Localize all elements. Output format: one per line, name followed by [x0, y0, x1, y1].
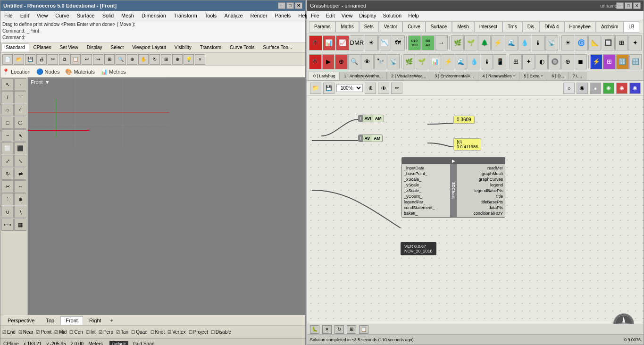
gh-icon-env1[interactable]: 🌿: [451, 35, 464, 50]
gh-icon-arrow[interactable]: →: [435, 35, 448, 50]
gh-icon-row2-1[interactable]: 🐞: [309, 54, 322, 69]
tool-arc[interactable]: ◜: [14, 104, 26, 116]
gh-tab-maths[interactable]: Maths: [335, 21, 359, 33]
gh-icon-row2-20[interactable]: ⊕: [561, 54, 574, 69]
tool-boolean-union[interactable]: ∪: [1, 206, 14, 218]
toolbar-rotate[interactable]: ↻: [150, 54, 160, 65]
gh-menu-edit[interactable]: Edit: [324, 12, 337, 19]
snap-mid[interactable]: ☑ Mid: [54, 329, 67, 335]
tab-setview[interactable]: Set View: [55, 43, 82, 51]
vp-tab-top[interactable]: Top: [41, 316, 59, 325]
gh-icon-row2-5[interactable]: 👁: [361, 54, 374, 69]
toolbar-grid[interactable]: ⊞: [161, 54, 171, 65]
gh-icon-row2-7[interactable]: 📡: [387, 54, 400, 69]
tab-select[interactable]: Select: [107, 43, 128, 51]
gh-icon-row2-10[interactable]: 📊: [429, 54, 442, 69]
menu-edit[interactable]: Edit: [18, 12, 31, 19]
maximize-button[interactable]: □: [286, 2, 294, 9]
gh-view-tab-3[interactable]: 3 | EnvironmentalA...: [430, 72, 478, 80]
tool-polygon[interactable]: ⬡: [14, 117, 26, 129]
toolbar-light[interactable]: 💡: [184, 54, 194, 65]
gh-icon-row2-13[interactable]: 💧: [468, 54, 480, 69]
gh-bottom-btn-5[interactable]: 📋: [359, 325, 368, 334]
tool-line[interactable]: /: [1, 91, 14, 103]
toolbar-save[interactable]: 💾: [25, 54, 35, 65]
tab-transform[interactable]: Transform: [196, 43, 226, 51]
gh-tab-honeybee[interactable]: Honeybee: [564, 21, 596, 33]
snap-cen[interactable]: ☐ Cen: [69, 329, 83, 335]
vp-tab-add-button[interactable]: +: [108, 316, 117, 325]
tool-surface[interactable]: ⬜: [1, 142, 14, 154]
tab-visibility[interactable]: Visibility: [170, 43, 196, 51]
gh-icon-sun[interactable]: ☀: [365, 35, 378, 50]
nav-location[interactable]: 📍 Location: [2, 68, 31, 75]
toolbar-copy[interactable]: ⧉: [59, 54, 69, 65]
gh-icon-env4[interactable]: ⚡: [491, 35, 504, 50]
tool-move[interactable]: ⤢: [1, 155, 14, 167]
gh-tab-diva4[interactable]: DIVA 4: [539, 21, 564, 33]
gh-icon-renew5[interactable]: ⊞: [615, 35, 628, 50]
gh-icon-row2-15[interactable]: 📱: [493, 54, 506, 69]
gh-tab-dis[interactable]: Dis: [522, 21, 539, 33]
menu-dimension[interactable]: Dimension: [140, 12, 168, 19]
snap-disable[interactable]: ☐ Disable: [211, 329, 231, 335]
gh-icon-row2-12[interactable]: 🌊: [455, 54, 468, 69]
toolbar-print[interactable]: 🖨: [36, 54, 47, 65]
viewport-front[interactable]: Front ▼: [28, 77, 305, 315]
menu-file[interactable]: File: [2, 12, 15, 19]
gh-btn-sphere3[interactable]: ●: [590, 83, 601, 94]
gh-canvas[interactable]: I AVI AM I AV AM 0.3609 {0} 0 0.411986 ▶: [307, 96, 644, 344]
tab-display[interactable]: Display: [83, 43, 107, 51]
toolbar-zoom-ext[interactable]: 🔍: [116, 54, 126, 65]
toolbar-open[interactable]: 📂: [14, 54, 24, 65]
gh-tab-intersect[interactable]: Intersect: [474, 21, 502, 33]
tool-join[interactable]: ⊕: [14, 193, 26, 205]
toolbar-cut[interactable]: ✂: [48, 54, 58, 65]
gh-btn-zoom[interactable]: ⊕: [365, 83, 376, 94]
toolbar-zoom-sel[interactable]: ⊕: [127, 54, 137, 65]
tool-freeform[interactable]: ∿: [14, 129, 26, 142]
gh-icon-row2-9[interactable]: 🌱: [416, 54, 428, 69]
close-button[interactable]: ✕: [295, 2, 302, 9]
nav-nodes[interactable]: 🔵 Nodes: [36, 68, 60, 75]
gh-icon-chart[interactable]: 📉: [378, 35, 392, 50]
menu-panels[interactable]: Panels: [273, 12, 293, 19]
menu-render[interactable]: Render: [249, 12, 269, 19]
toolbar-redo[interactable]: ↪: [93, 54, 103, 65]
gh-icon-env7[interactable]: 🌡: [532, 35, 545, 50]
gh-btn-red[interactable]: ◉: [616, 83, 627, 94]
gh-icon-row2-19[interactable]: 🔘: [548, 54, 561, 69]
menu-mesh[interactable]: Mesh: [119, 12, 136, 19]
gh-icon-analyze1[interactable]: 📊: [323, 35, 336, 50]
gh-tab-vector[interactable]: Vector: [379, 21, 402, 33]
gh-icon-env5[interactable]: 🌊: [505, 35, 518, 50]
tool-rectangle[interactable]: □: [1, 117, 14, 129]
gh-icon-row2-14[interactable]: 🌡: [481, 54, 493, 69]
gh-icon-row2-11[interactable]: ⚡: [442, 54, 454, 69]
menu-view[interactable]: View: [35, 12, 50, 19]
gh-icon-env3[interactable]: 🌲: [478, 35, 491, 50]
gh-icon-row2-23[interactable]: ⊞: [603, 54, 616, 69]
toolbar-more[interactable]: »: [195, 54, 205, 65]
snap-tan[interactable]: ☑ Tan: [116, 329, 128, 335]
tool-scale[interactable]: ⤡: [14, 155, 26, 167]
gh-view-tab-6[interactable]: 6 | D...: [547, 72, 568, 80]
gh-menu-file[interactable]: File: [309, 12, 321, 19]
tool-split[interactable]: ⋮: [1, 193, 14, 205]
tab-standard[interactable]: Standard: [1, 43, 29, 51]
comp-3dchart-expand[interactable]: ▶: [452, 159, 455, 163]
gh-menu-display[interactable]: Display: [357, 12, 378, 19]
gh-bottom-btn-4[interactable]: ⊞: [347, 325, 356, 334]
gh-icon-row2-8[interactable]: 🌿: [403, 54, 416, 69]
snap-project[interactable]: ☐ Project: [189, 329, 208, 335]
toolbar-pan[interactable]: ✋: [138, 54, 149, 65]
gh-icon-row2-4[interactable]: 🔍: [348, 54, 361, 69]
tool-hatch[interactable]: ▦: [14, 219, 26, 231]
gh-menu-solution[interactable]: Solution: [381, 12, 403, 19]
tool-extrude[interactable]: ⬛: [14, 142, 26, 154]
tool-rotate[interactable]: ↻: [1, 168, 14, 180]
snap-point[interactable]: ☑ Point: [36, 329, 51, 335]
gh-btn-pen[interactable]: ✏: [391, 83, 402, 94]
gh-icon-env6[interactable]: 💧: [519, 35, 532, 50]
tab-surface[interactable]: Surface Too...: [259, 43, 297, 51]
